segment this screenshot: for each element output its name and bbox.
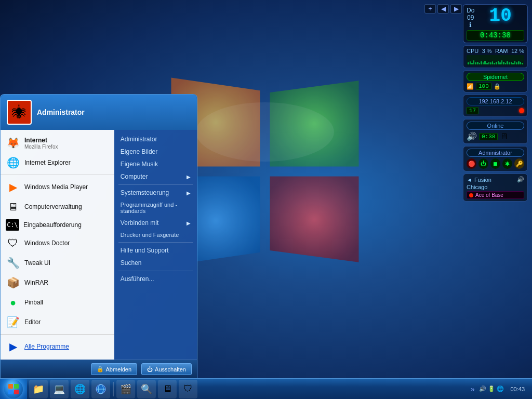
menu-separator-2 (1, 334, 114, 335)
taskbar-network-icon[interactable]: 🌐 (71, 380, 89, 398)
right-item-hilfe[interactable]: Hilfe und Support (114, 244, 197, 257)
admin-asterisk-btn[interactable]: ✱ (502, 158, 512, 169)
svg-rect-4 (14, 390, 19, 394)
start-menu-right-panel: Administrator Eigene Bilder Eigene Musik… (114, 130, 197, 360)
track1-label: Fusion (474, 177, 491, 183)
admin-pause-btn[interactable]: ⏹ (490, 158, 500, 169)
right-item-musik[interactable]: Eigene Musik (114, 158, 197, 170)
right-item-connect[interactable]: Verbinden mit ▶ (114, 217, 197, 229)
cmd-label: Eingabeaufforderung (23, 221, 82, 229)
ip-number: 17 (467, 107, 478, 114)
start-item-cmd[interactable]: C:\ Eingabeaufforderung (1, 217, 114, 233)
start-menu: 🕷 Administrator 🦊 Internet Mozilla Firef… (0, 94, 197, 378)
speaker-left-icon: 🔊 (467, 131, 477, 141)
user-avatar: 🕷 (7, 100, 32, 125)
all-programs-icon: ▶ (6, 339, 20, 354)
now-playing: Ace of Base (467, 191, 524, 199)
right-item-admin[interactable]: Administrator (114, 133, 197, 145)
online-widget: Online 🔊 0:38 🖥 (463, 119, 528, 144)
admin-power-btn[interactable]: ⏻ (478, 158, 488, 169)
taskbar-ie-icon[interactable] (91, 380, 110, 398)
cmd-icon: C:\ (6, 219, 19, 231)
lock-icon: 🔒 (494, 83, 501, 90)
online-time: 0:38 (479, 133, 498, 140)
musik-label: Eigene Musik (121, 161, 158, 168)
ie-icon: 🌐 (6, 155, 20, 170)
taskbar-folder-icon[interactable]: 📁 (29, 380, 48, 398)
ausschalten-button[interactable]: ⏻ Ausschalten (141, 363, 192, 375)
day-number-small: 09 (467, 14, 474, 21)
right-item-ausfuehren[interactable]: Ausführen... (114, 273, 197, 285)
right-item-printer[interactable]: Drucker und Faxgeräte (114, 229, 197, 241)
tray-network-icon[interactable]: 🌐 (497, 385, 504, 392)
start-item-wmp[interactable]: ▶ Windows Media Player (1, 177, 114, 197)
start-item-wdoctor[interactable]: 🛡 Windows Doctor (1, 233, 114, 253)
abmelden-icon: 🔒 (97, 366, 104, 373)
start-item-all-programs[interactable]: ▶ Alle Programme (1, 337, 114, 356)
taskbar-items: 📁 💻 🌐 🎬 🔍 🖥 🛡 (27, 379, 469, 399)
taskbar-computer-icon[interactable]: 💻 (50, 380, 69, 398)
start-item-ie[interactable]: 🌐 Internet Explorer (1, 153, 114, 172)
online-status: Online (467, 122, 524, 130)
day-name: Do (467, 7, 474, 14)
editor-icon: 📝 (6, 315, 20, 329)
admin-stop-btn[interactable]: 🔴 (467, 158, 476, 169)
compvw-label: Computerverwaltung (24, 203, 82, 210)
systctrl-arrow: ▶ (187, 190, 191, 196)
start-menu-header: 🕷 Administrator (1, 95, 197, 130)
right-item-suchen[interactable]: Suchen (114, 257, 197, 269)
prev-widget-button[interactable]: ◀ (437, 4, 449, 14)
taskbar-display-icon[interactable]: 🖥 (158, 380, 177, 398)
compvw-icon: 🖥 (6, 200, 20, 214)
svg-rect-2 (14, 384, 19, 389)
firefox-sub: Mozilla Firefox (24, 144, 58, 150)
bilder-label: Eigene Bilder (121, 148, 157, 155)
right-item-computer[interactable]: Computer ▶ (114, 170, 197, 183)
start-item-winrar[interactable]: 📦 WinRAR (1, 273, 114, 292)
right-separator-2 (118, 242, 193, 243)
start-button[interactable] (0, 379, 27, 400)
connect-label: Verbinden mit (121, 219, 158, 227)
taskbar-divider-1 (113, 382, 114, 396)
right-item-bilder[interactable]: Eigene Bilder (114, 145, 197, 158)
admin-key-btn[interactable]: 🔑 (514, 158, 524, 169)
sidebar-widgets: Do 09 ℹ 10 0:43:38 CPU 3 % RAM 12 % (463, 4, 528, 202)
tray-speaker-icon[interactable]: 🔊 (479, 385, 486, 392)
system-tray: 🔊 🔋 🌐 00:43 (476, 385, 532, 392)
right-item-systctrl[interactable]: Systemsteuerung ▶ (114, 187, 197, 199)
speaker-right-icon: 🔊 (517, 176, 524, 183)
taskbar-clock[interactable]: 00:43 (506, 386, 529, 392)
speaker-vol-icon: ◄ (467, 177, 472, 183)
abmelden-button[interactable]: 🔒 Abmelden (91, 363, 138, 375)
right-separator-3 (118, 271, 193, 271)
start-item-firefox[interactable]: 🦊 Internet Mozilla Firefox (1, 133, 114, 153)
taskbar-antivirus-icon[interactable]: 🛡 (179, 380, 197, 398)
pinball-icon: ● (6, 295, 20, 310)
start-item-compvw[interactable]: 🖥 Computerverwaltung (1, 197, 114, 217)
wifi-icon: 📶 (467, 83, 474, 90)
info-icon[interactable]: ℹ (469, 21, 472, 29)
ausfuehren-label: Ausführen... (121, 275, 154, 283)
start-menu-bottom: 🔒 Abmelden ⏻ Ausschalten (1, 360, 197, 378)
svg-rect-1 (8, 384, 13, 389)
network-widget: Spidernet 📶 100 🔒 (463, 70, 528, 92)
start-item-tweakui[interactable]: 🔧 Tweak UI (1, 253, 114, 273)
firefox-icon: 🦊 (6, 136, 20, 150)
network-name: Spidernet (467, 73, 524, 81)
taskbar-search-icon[interactable]: 🔍 (137, 380, 156, 398)
start-item-editor[interactable]: 📝 Editor (1, 312, 114, 332)
ip-address: 192.168.2.12 (467, 97, 524, 105)
cpu-value: 3 % (482, 48, 492, 54)
svg-rect-3 (8, 390, 13, 394)
next-widget-button[interactable]: ▶ (450, 4, 462, 14)
right-item-progs[interactable]: Programmzugriff und -standards (114, 199, 197, 217)
taskbar-media-icon[interactable]: 🎬 (116, 380, 135, 398)
add-widget-button[interactable]: + (424, 4, 436, 14)
tray-battery-icon[interactable]: 🔋 (488, 385, 495, 392)
start-item-pinball[interactable]: ● Pinball (1, 292, 114, 312)
ip-widget: 192.168.2.12 17 (463, 95, 528, 117)
progs-label: Programmzugriff und -standards (121, 202, 191, 214)
ie-label: Internet Explorer (24, 159, 71, 166)
taskbar-scroll-arrow[interactable]: » (469, 385, 476, 393)
cpu-graph (467, 55, 524, 65)
